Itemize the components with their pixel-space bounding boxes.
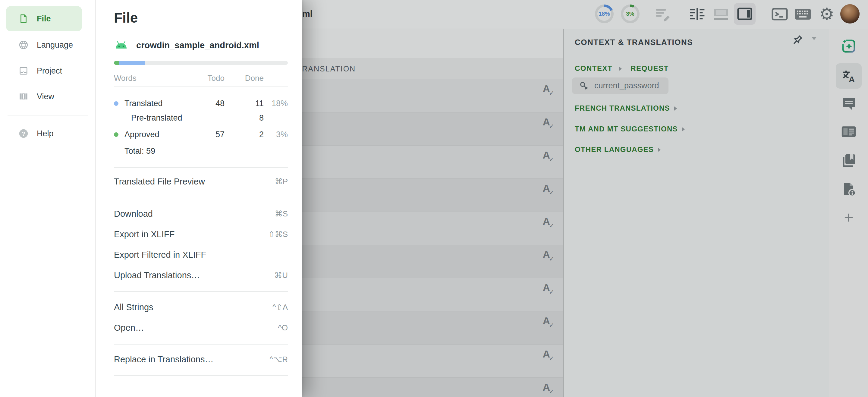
svg-text:?: ? — [22, 130, 25, 137]
stat-row-approved: Approved 57 2 3% — [114, 127, 288, 142]
stats-total: Total: 59 — [124, 144, 155, 158]
sidebar-item-file[interactable]: File — [6, 6, 82, 31]
stat-pct: 3% — [264, 130, 288, 139]
divider — [114, 375, 288, 376]
stat-label: Approved — [124, 130, 159, 139]
menu-item-download[interactable]: Download⌘S — [114, 204, 288, 223]
file-name: crowdin_sample_android.xml — [136, 40, 259, 50]
stats-header-row: Words Todo Done — [114, 71, 288, 85]
approved-progress-segment — [114, 61, 119, 65]
stat-done: 11 — [224, 99, 264, 108]
menu-item-export-xliff[interactable]: Export in XLIFF⇧⌘S — [114, 224, 288, 244]
sidebar-item-label: Project — [37, 66, 62, 76]
file-menu-panel: File crowdin_sample_android.xml Words To… — [96, 0, 302, 397]
project-icon — [18, 65, 29, 76]
sidebar-item-label: Help — [37, 129, 54, 139]
divider — [114, 291, 288, 292]
col-todo: Todo — [188, 73, 224, 83]
crowdin-editor-app: ml 18% 3% — [0, 0, 868, 397]
sidebar-item-label: File — [37, 14, 51, 24]
divider — [114, 198, 288, 198]
stat-todo: 57 — [188, 130, 224, 139]
col-words: Words — [114, 73, 188, 83]
current-file-row: crowdin_sample_android.xml — [114, 40, 259, 51]
file-icon — [18, 13, 29, 24]
android-icon — [114, 40, 128, 51]
stat-todo: 48 — [188, 99, 224, 108]
stat-pct: 18% — [264, 99, 288, 108]
menu-item-export-filtered-xliff[interactable]: Export Filtered in XLIFF — [114, 245, 288, 264]
file-progress-bar — [114, 61, 288, 65]
sidebar-item-label: Language — [37, 40, 73, 50]
menu-item-open[interactable]: Open…^O — [114, 318, 288, 337]
stat-label: Translated — [124, 99, 163, 108]
globe-icon — [18, 39, 29, 50]
menu-item-replace-in-translations[interactable]: Replace in Translations…^⌥R — [114, 350, 288, 369]
file-menu-title: File — [114, 10, 138, 26]
stat-done: 8 — [224, 113, 264, 123]
stat-label: Pre-translated — [131, 113, 182, 123]
menu-item-translated-file-preview[interactable]: Translated File Preview⌘P — [114, 172, 288, 191]
col-done: Done — [224, 73, 264, 83]
view-columns-icon — [18, 91, 29, 102]
sidebar-item-language[interactable]: Language — [6, 32, 82, 58]
stat-row-translated: Translated 48 11 18% — [114, 96, 288, 111]
divider — [114, 86, 288, 87]
main-sidebar: File Language Project View ? Help — [0, 0, 96, 397]
sidebar-item-view[interactable]: View — [6, 84, 82, 109]
translated-progress-segment — [119, 61, 145, 65]
menu-item-all-strings[interactable]: All Strings^⇧A — [114, 298, 288, 317]
menu-item-upload-translations[interactable]: Upload Translations…⌘U — [114, 266, 288, 285]
divider — [114, 344, 288, 344]
sidebar-item-project[interactable]: Project — [6, 58, 82, 84]
sidebar-item-help[interactable]: ? Help — [6, 121, 82, 146]
divider — [114, 167, 288, 168]
sidebar-item-label: View — [37, 92, 54, 101]
help-icon: ? — [18, 128, 29, 139]
stat-row-pre-translated: Pre-translated 8 — [114, 111, 288, 125]
sidebar-divider — [7, 115, 88, 116]
stat-done: 2 — [224, 130, 264, 139]
